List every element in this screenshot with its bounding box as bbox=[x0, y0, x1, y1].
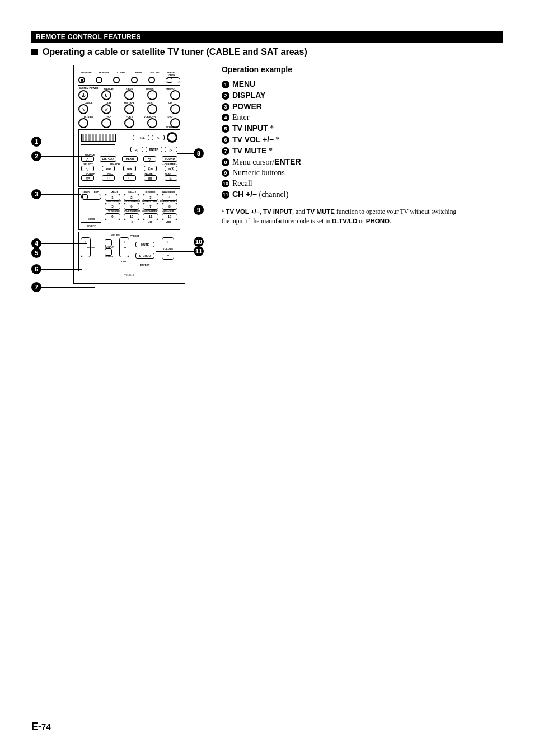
tvinput-col: TV INPUT TV MUTE bbox=[105, 237, 115, 258]
cursor-right-button[interactable]: ▷ bbox=[165, 147, 177, 152]
cursor-down-button[interactable]: ▽ bbox=[143, 156, 156, 162]
search-fwd-button[interactable]: ⊳⊳ bbox=[123, 166, 136, 171]
skip-back-button[interactable]: ⊼⊲ bbox=[144, 166, 157, 171]
num-9-button[interactable]: 9 bbox=[105, 213, 120, 220]
callout-bubble-5: 5 bbox=[31, 248, 41, 258]
search-rev-button[interactable]: ⊲⊲ bbox=[102, 166, 115, 171]
label-disc: DISC bbox=[116, 260, 132, 263]
tv-mute-button[interactable] bbox=[105, 248, 112, 256]
title-button[interactable]: TITLE bbox=[133, 135, 149, 140]
op-item-3-text: POWER bbox=[232, 102, 262, 111]
vcr-button[interactable] bbox=[101, 118, 111, 128]
separator bbox=[81, 222, 101, 223]
learn-button[interactable] bbox=[131, 77, 138, 83]
sat-button[interactable]: ↙ bbox=[101, 104, 111, 114]
mdtape-button[interactable] bbox=[124, 104, 134, 114]
bullet-2: 2 bbox=[222, 92, 229, 100]
power-button[interactable]: ⏻/I bbox=[81, 175, 94, 181]
op-item-5-suffix: * bbox=[268, 124, 274, 133]
fn-part-4: TV MUTE bbox=[307, 208, 335, 215]
fn-part-8: PHONO bbox=[366, 218, 390, 224]
vcr2-button[interactable] bbox=[124, 118, 134, 128]
cdr-button[interactable] bbox=[147, 104, 157, 114]
footnote: * TV VOL +/–, TV INPUT, and TV MUTE func… bbox=[222, 207, 462, 226]
rec-button[interactable]: ○ bbox=[102, 175, 115, 181]
num-12-button[interactable]: 12 bbox=[162, 213, 177, 220]
bullet-4: 4 bbox=[222, 114, 229, 121]
cursor-up-button[interactable]: △ bbox=[152, 135, 165, 140]
section-title: Operating a cable or satellite TV tuner … bbox=[31, 47, 503, 57]
label-rename: RE-NAME bbox=[95, 71, 112, 77]
operation-list: 1MENU 2DISPLAY 3POWER 4Enter 5TV INPUT *… bbox=[222, 79, 462, 199]
select-down-button[interactable]: ▽ bbox=[81, 166, 94, 171]
num-8-button[interactable]: 8 bbox=[162, 203, 177, 210]
bottom-block: A/B/.../E/F PRESET +– TV VOL TV INPUT bbox=[78, 232, 180, 271]
display-button[interactable]: DISPLAY bbox=[100, 156, 116, 162]
vcr3dvr-button[interactable] bbox=[147, 118, 157, 128]
op-item-11-text: CH +/– bbox=[232, 190, 257, 199]
sound-button[interactable]: SOUND bbox=[162, 156, 177, 162]
num-6-button[interactable]: 6 bbox=[124, 203, 139, 210]
numeric-pad-3: 9 10 11 12 bbox=[105, 213, 177, 220]
cd-button[interactable] bbox=[170, 104, 180, 114]
stereo-button[interactable]: STEREO bbox=[135, 253, 154, 259]
ch-col: +– CH DISC bbox=[116, 237, 132, 263]
macro-switch[interactable] bbox=[166, 77, 180, 83]
callout-bubble-7: 7 bbox=[31, 282, 41, 292]
op-item-3: 3POWER bbox=[222, 102, 462, 111]
op-item-9: 9Numeric buttons bbox=[222, 168, 462, 177]
phono-button[interactable] bbox=[170, 90, 180, 100]
6ch-input-button[interactable] bbox=[167, 132, 177, 143]
bullet-9: 9 bbox=[222, 169, 229, 177]
fn-part-9: . bbox=[390, 218, 391, 224]
vaux-button[interactable] bbox=[124, 90, 134, 100]
stop-button[interactable]: □ bbox=[123, 175, 136, 181]
standby-button[interactable]: ⏾ bbox=[101, 90, 111, 100]
op-item-2: 2DISPLAY bbox=[222, 91, 462, 100]
title-row: TITLE △ bbox=[81, 132, 177, 143]
menu-button[interactable]: MENU bbox=[122, 156, 138, 162]
bullet-10: 10 bbox=[222, 180, 229, 187]
system-power-button[interactable]: ⏻ bbox=[78, 90, 88, 100]
source-display bbox=[81, 134, 116, 142]
num-10-button[interactable]: 10 bbox=[124, 213, 139, 220]
skip-fwd-button[interactable]: ⊳⊼ bbox=[165, 166, 177, 171]
dsp-row-3: EX/ES TV THEATER MOVIE THEATER 1 MOVIE T… bbox=[81, 211, 177, 220]
onoff-col: ON/OFF bbox=[81, 220, 101, 227]
bullet-8: 8 bbox=[222, 158, 229, 166]
top-button-row bbox=[78, 77, 180, 83]
macro-button[interactable] bbox=[148, 77, 155, 83]
menu-row: △ DISPLAY MENU ▽ SOUND bbox=[81, 156, 177, 162]
volume-col: +– VOLUME bbox=[158, 237, 178, 262]
top-label-row: TRANSMIT RE-NAME CLEAR LEARN MACRO MACRO… bbox=[78, 71, 180, 77]
num-7-button[interactable]: 7 bbox=[143, 203, 158, 210]
callout-bubble-10: 10 bbox=[194, 237, 204, 247]
dsp-row: 10KEYDSP HALL 1 HALL 2 CHURCH JAZZ CLUB bbox=[81, 191, 177, 210]
clear-button[interactable] bbox=[113, 77, 120, 83]
label-plus10: +10 bbox=[141, 220, 160, 223]
source-up-button[interactable]: △ bbox=[81, 156, 94, 162]
num-5-button[interactable]: 5 bbox=[105, 203, 120, 210]
mute-button[interactable]: MUTE bbox=[135, 242, 154, 247]
enter-button[interactable]: ENTER bbox=[146, 147, 162, 152]
callout-bubble-4: 4 bbox=[31, 238, 41, 248]
content-row: 1 2 3 4 5 6 7 8 9 10 11 bbox=[31, 65, 503, 284]
pause-button[interactable]: ▯▯ bbox=[144, 175, 157, 181]
rename-button[interactable] bbox=[96, 77, 102, 83]
cable-button[interactable]: ↘ bbox=[78, 104, 88, 114]
10key-dsp-switch[interactable] bbox=[81, 194, 101, 200]
label-plus100: +100 bbox=[160, 220, 178, 223]
op-item-7-text: TV MUTE bbox=[232, 146, 266, 155]
label-0: 0 bbox=[123, 220, 142, 223]
dtvld-button[interactable] bbox=[78, 118, 88, 128]
source-row3-buttons: ↘ ↙ bbox=[78, 104, 180, 114]
fn-part-2: TV INPUT bbox=[263, 208, 292, 215]
bullet-11: 11 bbox=[222, 191, 229, 199]
tv-input-button[interactable] bbox=[105, 239, 112, 246]
page: REMOTE CONTROL FEATURES Operating a cabl… bbox=[0, 0, 534, 756]
source-row2-buttons: ⏻ ⏾ bbox=[78, 90, 180, 100]
tuner-button[interactable] bbox=[147, 90, 157, 100]
num-11-button[interactable]: 11 bbox=[143, 213, 158, 220]
play-button[interactable]: ▷ bbox=[165, 175, 177, 181]
cursor-left-button[interactable]: ◁ bbox=[130, 147, 143, 152]
